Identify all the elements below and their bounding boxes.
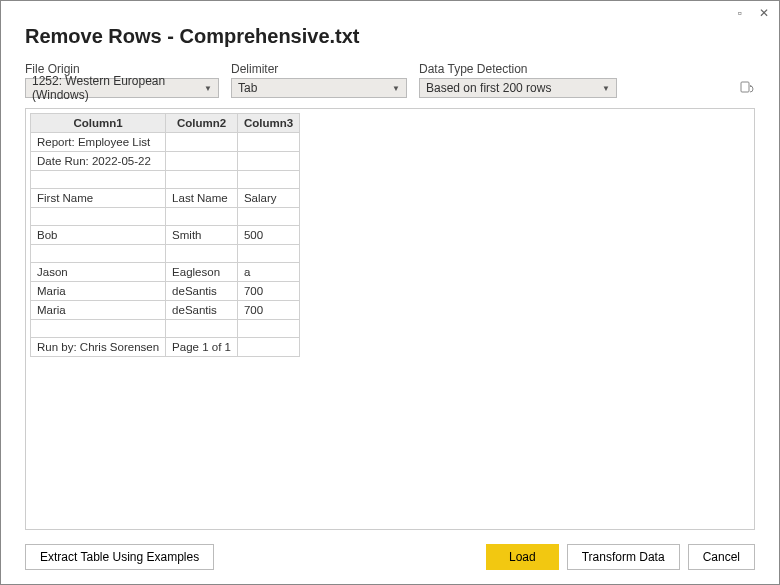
table-cell <box>31 208 166 226</box>
table-cell: Eagleson <box>166 263 238 282</box>
titlebar: ▫ ✕ <box>1 1 779 25</box>
table-cell: Date Run: 2022-05-22 <box>31 152 166 171</box>
table-cell <box>237 171 299 189</box>
refresh-icon[interactable] <box>739 80 755 96</box>
delimiter-label: Delimiter <box>231 62 407 76</box>
table-row[interactable]: MariadeSantis700 <box>31 282 300 301</box>
table-row[interactable] <box>31 245 300 263</box>
table-cell: deSantis <box>166 282 238 301</box>
file-origin-dropdown[interactable]: 1252: Western European (Windows) ▼ <box>25 78 219 98</box>
table-row[interactable] <box>31 208 300 226</box>
table-row[interactable]: Run by: Chris SorensenPage 1 of 1 <box>31 338 300 357</box>
detection-dropdown[interactable]: Based on first 200 rows ▼ <box>419 78 617 98</box>
table-cell <box>237 152 299 171</box>
dialog-window: ▫ ✕ Remove Rows - Comprehensive.txt File… <box>0 0 780 585</box>
table-row[interactable]: JasonEaglesona <box>31 263 300 282</box>
delimiter-dropdown[interactable]: Tab ▼ <box>231 78 407 98</box>
table-cell <box>31 320 166 338</box>
table-row[interactable]: First NameLast NameSalary <box>31 189 300 208</box>
table-cell <box>237 320 299 338</box>
detection-label: Data Type Detection <box>419 62 617 76</box>
table-cell: 500 <box>237 226 299 245</box>
dialog-footer: Extract Table Using Examples Load Transf… <box>25 530 755 570</box>
table-row[interactable] <box>31 320 300 338</box>
table-cell <box>237 208 299 226</box>
cancel-button[interactable]: Cancel <box>688 544 755 570</box>
table-row[interactable]: MariadeSantis700 <box>31 301 300 320</box>
file-origin-group: File Origin 1252: Western European (Wind… <box>25 62 219 98</box>
table-cell <box>237 133 299 152</box>
table-cell: Maria <box>31 282 166 301</box>
transform-data-button[interactable]: Transform Data <box>567 544 680 570</box>
preview-table: Column1Column2Column3 Report: Employee L… <box>30 113 300 357</box>
extract-table-button[interactable]: Extract Table Using Examples <box>25 544 214 570</box>
close-icon[interactable]: ✕ <box>757 6 771 20</box>
svg-rect-0 <box>741 82 749 92</box>
table-cell: Bob <box>31 226 166 245</box>
table-cell: Run by: Chris Sorensen <box>31 338 166 357</box>
table-cell <box>166 245 238 263</box>
table-cell: Maria <box>31 301 166 320</box>
column-header[interactable]: Column1 <box>31 114 166 133</box>
table-row[interactable]: Report: Employee List <box>31 133 300 152</box>
delimiter-group: Delimiter Tab ▼ <box>231 62 407 98</box>
detection-value: Based on first 200 rows <box>426 81 551 95</box>
page-title: Remove Rows - Comprehensive.txt <box>25 25 755 48</box>
maximize-icon[interactable]: ▫ <box>733 6 747 20</box>
table-cell <box>237 245 299 263</box>
table-cell: 700 <box>237 282 299 301</box>
table-cell <box>166 320 238 338</box>
table-cell <box>237 338 299 357</box>
detection-group: Data Type Detection Based on first 200 r… <box>419 62 617 98</box>
table-cell: Jason <box>31 263 166 282</box>
delimiter-value: Tab <box>238 81 257 95</box>
table-cell: a <box>237 263 299 282</box>
table-cell: Report: Employee List <box>31 133 166 152</box>
load-button[interactable]: Load <box>486 544 559 570</box>
column-header[interactable]: Column2 <box>166 114 238 133</box>
preview-table-area[interactable]: Column1Column2Column3 Report: Employee L… <box>25 108 755 530</box>
table-cell: Page 1 of 1 <box>166 338 238 357</box>
table-row[interactable]: BobSmith500 <box>31 226 300 245</box>
file-origin-value: 1252: Western European (Windows) <box>32 74 198 102</box>
table-cell <box>166 208 238 226</box>
import-options-row: File Origin 1252: Western European (Wind… <box>25 62 755 98</box>
column-header[interactable]: Column3 <box>237 114 299 133</box>
table-cell: First Name <box>31 189 166 208</box>
table-cell: deSantis <box>166 301 238 320</box>
table-cell <box>166 133 238 152</box>
table-cell <box>166 171 238 189</box>
chevron-down-icon: ▼ <box>602 84 610 93</box>
chevron-down-icon: ▼ <box>392 84 400 93</box>
table-cell: Last Name <box>166 189 238 208</box>
table-cell: 700 <box>237 301 299 320</box>
chevron-down-icon: ▼ <box>204 84 212 93</box>
table-row[interactable] <box>31 171 300 189</box>
table-cell <box>166 152 238 171</box>
table-cell: Smith <box>166 226 238 245</box>
table-cell <box>31 245 166 263</box>
table-cell: Salary <box>237 189 299 208</box>
table-row[interactable]: Date Run: 2022-05-22 <box>31 152 300 171</box>
table-cell <box>31 171 166 189</box>
